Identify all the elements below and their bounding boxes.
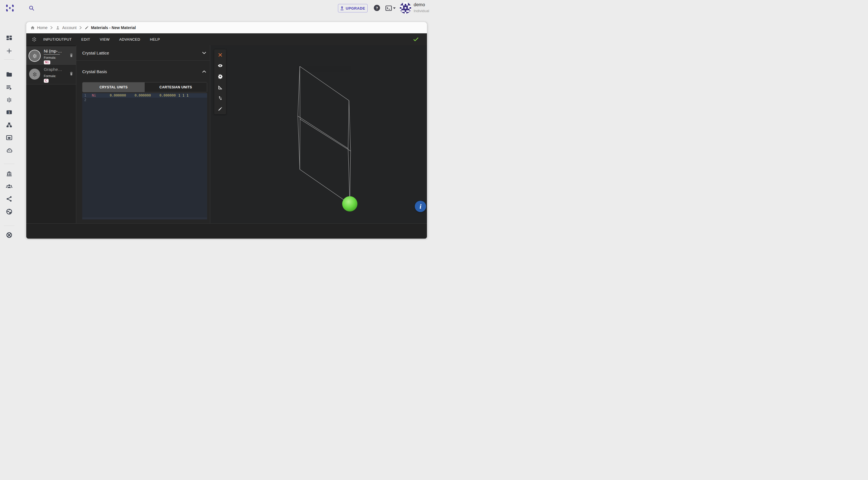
material-thumbnail <box>29 50 40 61</box>
info-button[interactable]: i <box>415 201 426 212</box>
console-menu-button[interactable] <box>385 5 396 11</box>
material-thumbnail <box>29 69 40 80</box>
crystal-basis-section[interactable]: Crystal Basis <box>76 61 210 82</box>
input-underline <box>44 54 60 55</box>
app-window: UPGRADE ? <box>0 0 434 240</box>
sidebar-divider <box>4 59 14 60</box>
menu-view[interactable]: VIEW <box>100 37 110 41</box>
app-logo-icon[interactable] <box>5 3 14 13</box>
atom-sphere-ni[interactable] <box>342 196 358 211</box>
globe-icon[interactable] <box>6 208 13 215</box>
chevron-up-icon[interactable] <box>202 70 206 73</box>
save-check-icon[interactable] <box>413 37 419 42</box>
edit-pencil-icon[interactable] <box>218 106 223 111</box>
delete-material-button[interactable] <box>69 71 74 76</box>
material-name[interactable]: Graphe… <box>44 67 66 72</box>
formula-label: Formula: <box>44 74 66 78</box>
unit-cell-wireframe <box>210 45 427 224</box>
materials-atoms-icon[interactable] <box>6 96 13 103</box>
folder-icon[interactable] <box>6 71 13 78</box>
chevron-down-icon[interactable] <box>202 52 206 54</box>
workflow-hierarchy-icon[interactable] <box>6 122 13 129</box>
crystal-basis-title: Crystal Basis <box>82 69 107 74</box>
share-icon[interactable] <box>6 195 13 202</box>
code-line-2[interactable]: 2 <box>82 98 207 102</box>
token-z: 0.000000 <box>151 93 176 98</box>
crystal-lattice-title: Crystal Lattice <box>82 50 109 55</box>
help-icon[interactable]: ? <box>374 5 380 11</box>
info-glyph: i <box>420 203 422 210</box>
person-icon <box>55 25 60 30</box>
dashboard-icon[interactable] <box>6 35 13 42</box>
breadcrumb-account[interactable]: Account <box>55 25 76 30</box>
helm-icon[interactable] <box>6 232 13 239</box>
breadcrumb: Home Account Materials - New Material <box>26 22 427 33</box>
page-title: Materials - New Material <box>91 25 136 30</box>
source-editor-panel: Crystal Lattice Crystal Basis CRYSTAL UN… <box>76 45 210 224</box>
formula-chip: Ni <box>44 61 50 64</box>
identicon <box>400 2 411 13</box>
chevron-down-icon <box>393 7 396 9</box>
sidebar: 1 <box>0 16 19 240</box>
tab-cartesian-units[interactable]: CARTESIAN UNITS <box>145 82 207 92</box>
settings-icon[interactable] <box>218 74 223 79</box>
material-name-input[interactable]: Ni (mp-… <box>44 48 66 54</box>
measure-set-square-icon[interactable] <box>218 85 223 90</box>
token-x: 0.000000 <box>101 93 126 98</box>
delete-material-button[interactable] <box>69 53 74 58</box>
editor-horizontal-scrollbar[interactable] <box>82 217 207 219</box>
menu-help[interactable]: HELP <box>150 37 160 41</box>
upload-icon <box>340 6 344 10</box>
jobs-list-icon[interactable] <box>6 84 13 91</box>
menu-input-output[interactable]: INPUT/OUTPUT <box>43 37 72 41</box>
formula-label: Formula: <box>44 56 66 59</box>
atoms-icon <box>32 53 38 59</box>
breadcrumb-current: Materials - New Material <box>85 25 136 30</box>
designer-menubar: INPUT/OUTPUT EDIT VIEW ADVANCED HELP <box>26 33 427 45</box>
atoms-icon <box>32 71 38 77</box>
add-icon[interactable] <box>6 47 13 55</box>
pencil-icon <box>85 25 89 30</box>
import-export-icon[interactable] <box>218 96 223 101</box>
materials-list: Ni (mp-… Formula: Ni <box>26 45 76 224</box>
basis-code-editor[interactable]: 1 Ni 0.000000 0.000000 0.000000 1 1 1 2 <box>82 93 207 219</box>
help-glyph: ? <box>376 6 378 10</box>
team-icon[interactable] <box>6 183 13 190</box>
menu-edit[interactable]: EDIT <box>82 37 90 41</box>
structure-3d-viewport[interactable]: i <box>210 45 427 224</box>
one-badge-icon[interactable]: 1 <box>6 109 13 116</box>
breadcrumb-account-label: Account <box>62 25 76 30</box>
visibility-icon[interactable] <box>218 63 223 68</box>
material-item-ni[interactable]: Ni (mp-… Formula: Ni <box>26 46 76 65</box>
bank-icon[interactable] <box>6 170 13 177</box>
cloud-upload-icon[interactable] <box>6 147 13 154</box>
material-designer-icon <box>31 36 38 43</box>
upgrade-button[interactable]: UPGRADE <box>338 4 368 12</box>
close-icon[interactable] <box>218 52 223 58</box>
user-name[interactable]: demo <box>414 2 425 7</box>
user-avatar[interactable] <box>400 2 411 13</box>
top-bar: UPGRADE ? <box>0 0 434 16</box>
chevron-right-icon <box>79 26 82 30</box>
content-area: Ni (mp-… Formula: Ni <box>26 45 427 224</box>
menu-advanced[interactable]: ADVANCED <box>119 37 140 41</box>
user-plan: Individual <box>414 9 429 13</box>
home-icon <box>30 25 35 30</box>
material-item-graphene[interactable]: Graphe… Formula: C <box>26 65 76 84</box>
line-number: 2 <box>84 98 88 102</box>
code-line-1[interactable]: 1 Ni 0.000000 0.000000 0.000000 1 1 1 <box>82 93 207 98</box>
token-flags: 1 1 1 <box>178 93 188 98</box>
breadcrumb-home[interactable]: Home <box>30 25 48 30</box>
tab-crystal-units[interactable]: CRYSTAL UNITS <box>83 82 145 92</box>
units-tabs: CRYSTAL UNITS CARTESIAN UNITS <box>82 82 207 92</box>
line-number: 1 <box>84 93 88 98</box>
viewer-toolbar <box>214 49 226 114</box>
search-icon[interactable] <box>28 5 35 11</box>
crystal-lattice-section[interactable]: Crystal Lattice <box>76 45 210 61</box>
media-image-icon[interactable] <box>6 134 13 141</box>
sidebar-divider <box>4 226 14 226</box>
token-y: 0.000000 <box>126 93 151 98</box>
bottom-bar <box>26 224 427 239</box>
svg-text:1: 1 <box>8 111 10 114</box>
token-element: Ni <box>92 93 101 98</box>
